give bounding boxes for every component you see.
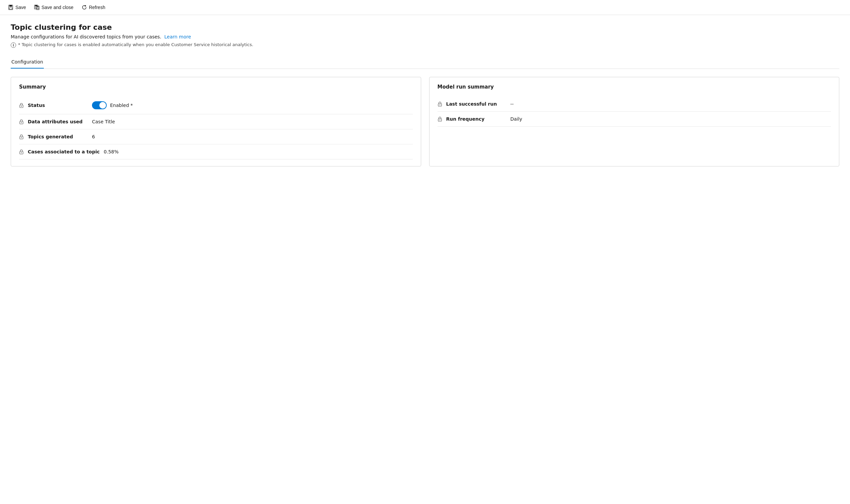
tab-configuration[interactable]: Configuration (11, 56, 44, 69)
svg-rect-7 (37, 6, 38, 7)
run-frequency-value: Daily (510, 116, 522, 122)
page-description: Manage configurations for AI discovered … (11, 34, 839, 39)
save-close-button[interactable]: Save and close (32, 3, 76, 11)
topics-generated-value: 6 (92, 134, 95, 139)
page-content: Topic clustering for case Manage configu… (0, 15, 850, 175)
learn-more-link[interactable]: Learn more (164, 34, 191, 39)
data-attributes-value: Case Title (92, 119, 115, 124)
refresh-button[interactable]: Refresh (79, 3, 108, 11)
svg-point-12 (21, 122, 22, 123)
model-run-card-title: Model run summary (437, 84, 831, 90)
page-title: Topic clustering for case (11, 23, 839, 32)
topics-generated-lock-icon (19, 134, 24, 139)
svg-rect-2 (10, 8, 12, 10)
refresh-icon (82, 5, 87, 10)
save-label: Save (15, 5, 26, 10)
info-icon: i (11, 42, 16, 48)
toggle-slider (92, 101, 107, 109)
run-frequency-lock-icon (437, 116, 442, 122)
status-label: Status (28, 103, 88, 108)
data-attributes-field-row: Data attributes used Case Title (19, 114, 413, 129)
last-run-field-row: Last successful run -- (437, 96, 831, 112)
last-run-lock-icon (437, 101, 442, 107)
run-frequency-field-row: Run frequency Daily (437, 112, 831, 127)
svg-point-10 (21, 106, 22, 107)
refresh-label: Refresh (89, 5, 105, 10)
cases-associated-value: 0.58% (104, 149, 118, 155)
tabs-container: Configuration (11, 56, 839, 69)
last-run-value: -- (510, 101, 514, 107)
cases-associated-lock-icon (19, 149, 24, 155)
cases-associated-label: Cases associated to a topic (28, 149, 100, 155)
status-field-row: Status Enabled * (19, 96, 413, 114)
save-icon (8, 5, 13, 10)
cards-row: Summary Status Enabled * (11, 77, 839, 166)
data-attributes-lock-icon (19, 119, 24, 124)
save-button[interactable]: Save (5, 3, 29, 11)
status-lock-icon (19, 103, 24, 108)
cases-associated-field-row: Cases associated to a topic 0.58% (19, 144, 413, 159)
data-attributes-label: Data attributes used (28, 119, 88, 124)
last-run-label: Last successful run (446, 101, 506, 107)
svg-point-14 (21, 137, 22, 138)
run-frequency-label: Run frequency (446, 116, 506, 122)
svg-point-20 (439, 120, 440, 120)
info-note-text: * Topic clustering for cases is enabled … (18, 42, 253, 47)
save-close-label: Save and close (41, 5, 74, 10)
model-run-card: Model run summary Last successful run -- (429, 77, 839, 166)
status-toggle-container: Enabled * (92, 101, 133, 109)
summary-card: Summary Status Enabled * (11, 77, 421, 166)
description-text: Manage configurations for AI discovered … (11, 34, 161, 39)
status-toggle[interactable] (92, 101, 107, 109)
save-close-icon (34, 5, 39, 10)
status-toggle-value: Enabled * (110, 103, 133, 108)
toolbar: Save Save and close Refresh (0, 0, 850, 15)
info-note: i * Topic clustering for cases is enable… (11, 42, 839, 48)
svg-point-16 (21, 152, 22, 153)
summary-card-title: Summary (19, 84, 413, 90)
topics-generated-field-row: Topics generated 6 (19, 129, 413, 144)
topics-generated-label: Topics generated (28, 134, 88, 139)
svg-point-18 (439, 105, 440, 105)
svg-rect-1 (10, 5, 12, 7)
